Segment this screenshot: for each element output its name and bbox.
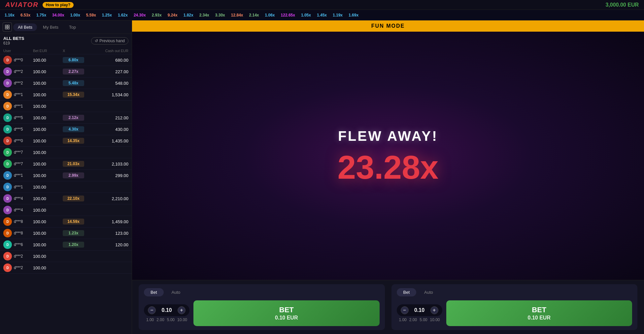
username: d***4 [14, 208, 23, 212]
crash-multiplier: 23.28x [338, 151, 439, 184]
decrement-btn-2[interactable]: − [401, 306, 409, 314]
avatar: D [3, 137, 12, 145]
bet-tabs-1: Bet Auto [144, 288, 380, 296]
bet-button-2[interactable]: BET 0.10 EUR [446, 300, 632, 326]
user-cell: D d***1 [3, 102, 33, 110]
quick-amt-2-1[interactable]: 1.00 [399, 318, 406, 322]
game-canvas: FLEW AWAY! 23.28x [132, 32, 644, 280]
bet-button-1[interactable]: BET 0.10 EUR [193, 300, 380, 326]
user-cell: D d***2 [3, 263, 33, 272]
increment-btn-1[interactable]: + [178, 306, 186, 314]
multiplier-badge[interactable]: 1.25x [100, 12, 114, 18]
bet-amount: 100.00 [33, 58, 63, 63]
tab-all-bets[interactable]: All Bets [13, 23, 37, 31]
user-cell: D d***2 [3, 79, 33, 87]
username: d***6 [14, 242, 23, 247]
table-row: D d***2 100.00 [0, 262, 132, 274]
table-row: D d***5 100.00 4.30x 430.00 [0, 124, 132, 135]
quick-amt-1-1[interactable]: 1.00 [146, 318, 154, 322]
game-area: FUN MODE FLEW AWAY! 23.28x Bet Auto − 0.… [132, 20, 644, 334]
avatar: D [3, 206, 12, 214]
expand-icon[interactable] [3, 22, 12, 32]
multiplier-badge[interactable]: 2.93x [150, 12, 164, 18]
bet-amount: 100.00 [33, 127, 63, 132]
bet-amount: 100.00 [33, 254, 63, 259]
logo: AVIATOR [5, 1, 39, 9]
quick-amt-2-3[interactable]: 5.00 [420, 318, 427, 322]
multiplier-badge[interactable]: 1.45x [315, 12, 329, 18]
user-cell: D d***4 [3, 206, 33, 214]
multiplier-badge[interactable]: 34.00x [50, 12, 66, 18]
user-cell: D d***2 [3, 252, 33, 260]
multiplier-badge[interactable]: 1.62x [116, 12, 130, 18]
quick-amt-1-2[interactable]: 2.00 [156, 318, 164, 322]
tab-my-bets[interactable]: My Bets [38, 23, 63, 31]
table-row: D d***0 100.00 6.80x 680.00 [0, 54, 132, 66]
cashout-amount: 1,435.00 [84, 138, 128, 143]
bet-tab-2-bet[interactable]: Bet [397, 288, 417, 296]
bet-amount-label-2: 0.10 EUR [454, 315, 625, 321]
avatar: D [3, 240, 12, 249]
username: d***2 [14, 254, 23, 258]
multiplier-badge[interactable]: 3.30x [213, 12, 227, 18]
bet-amount: 100.00 [33, 208, 63, 213]
bet-tab-2-auto[interactable]: Auto [418, 288, 440, 296]
table-row: D d***2 100.00 2.27x 227.00 [0, 66, 132, 77]
bet-amount-label-1: 0.10 EUR [201, 315, 372, 321]
multiplier-badge[interactable]: 2.14x [247, 12, 261, 18]
cashout-amount: 2,103.00 [84, 162, 128, 167]
how-to-play-button[interactable]: How to play? [43, 2, 74, 8]
username: d***8 [14, 219, 23, 224]
multiplier-cell: 14.35x [63, 138, 84, 144]
tab-top[interactable]: Top [64, 23, 81, 31]
multiplier-badge[interactable]: 1.82x [182, 12, 195, 18]
bet-amount: 100.00 [33, 115, 63, 120]
multiplier-badge[interactable]: 2.34x [197, 12, 211, 18]
user-cell: D d***2 [3, 67, 33, 76]
history-icon: ↺ [95, 39, 98, 43]
user-cell: D d***0 [3, 56, 33, 64]
user-cell: D d***7 [3, 160, 33, 168]
multiplier-badge[interactable]: 5.59x [84, 12, 98, 18]
bet-tab-1-auto[interactable]: Auto [165, 288, 187, 296]
multiplier-badge[interactable]: 1.75x [34, 12, 48, 18]
user-cell: D d***8 [3, 229, 33, 237]
username: d***1 [14, 173, 23, 178]
decrement-btn-1[interactable]: − [148, 306, 156, 314]
multiplier-cell: 2.27x [63, 69, 84, 75]
increment-btn-2[interactable]: + [430, 306, 438, 314]
multiplier-badge[interactable]: 9.24x [166, 12, 180, 18]
multiplier-badge[interactable]: 1.69x [347, 12, 360, 18]
user-cell: D d***8 [3, 217, 33, 226]
col-bet: Bet EUR [33, 49, 63, 53]
table-row: D d***1 100.00 15.34x 1,534.00 [0, 89, 132, 101]
multiplier-badge[interactable]: 24.30x [132, 12, 148, 18]
username: d***8 [14, 231, 23, 235]
bet-amount: 100.00 [33, 231, 63, 236]
avatar: D [3, 148, 12, 157]
bet-tab-1-bet[interactable]: Bet [144, 288, 164, 296]
bet-panel-2: Bet Auto − 0.10 + 1.00 2.00 5.00 [391, 284, 638, 330]
bet-amount: 100.00 [33, 104, 63, 109]
multiplier-badge[interactable]: 6.53x [18, 12, 32, 18]
multiplier-badge[interactable]: 1.06x [263, 12, 277, 18]
multiplier-badge[interactable]: 1.19x [331, 12, 345, 18]
multiplier-badge[interactable]: 122.65x [279, 12, 297, 18]
previous-hand-button[interactable]: ↺ Previous hand [91, 37, 128, 45]
bet-amount: 100.00 [33, 242, 63, 247]
amount-row-1: − 0.10 + [144, 304, 189, 316]
multiplier-badge[interactable]: 1.00x [68, 12, 82, 18]
quick-amt-2-4[interactable]: 10.00 [430, 318, 440, 322]
amount-display-1: 0.10 [158, 307, 175, 313]
quick-amt-1-4[interactable]: 10.00 [177, 318, 187, 322]
multiplier-badge[interactable]: 1.16x [3, 12, 17, 18]
multiplier-badge[interactable]: 12.84x [229, 12, 245, 18]
quick-amt-1-3[interactable]: 5.00 [167, 318, 175, 322]
multiplier-cell: 1.20x [63, 242, 84, 248]
avatar: D [3, 194, 12, 203]
username: d***1 [14, 92, 23, 97]
multiplier-badge[interactable]: 1.05x [299, 12, 313, 18]
user-cell: D d***1 [3, 183, 33, 191]
quick-amt-2-2[interactable]: 2.00 [409, 318, 417, 322]
user-cell: D d***0 [3, 137, 33, 145]
